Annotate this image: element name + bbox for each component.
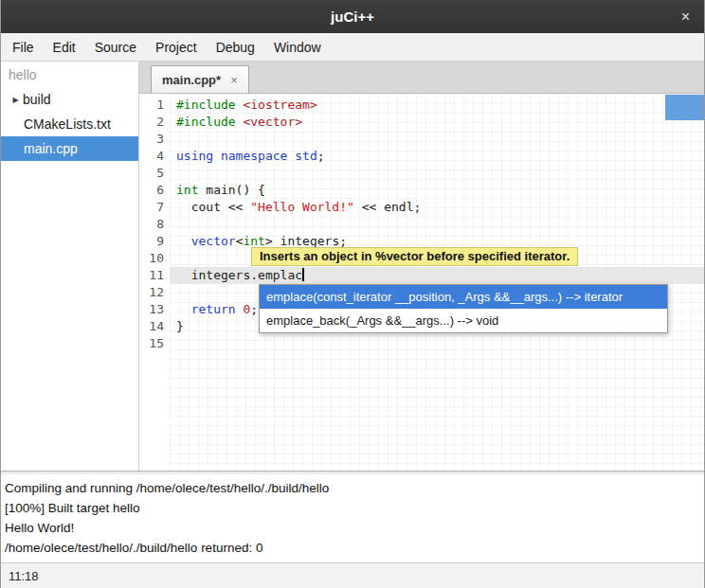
code-token: int [176, 183, 198, 197]
tree-item-build[interactable]: ▶build [1, 87, 138, 112]
doc-tooltip: Inserts an object in %vector before spec… [251, 247, 578, 266]
output-panel: Compiling and running /home/olece/test/h… [1, 474, 704, 562]
code-token: #include [176, 115, 236, 129]
text-cursor [302, 268, 304, 281]
code-line-6[interactable]: int main() { [170, 182, 704, 199]
line-number: 15 [139, 335, 170, 352]
autocomplete-popup: emplace(const_iterator __position, _Args… [259, 284, 668, 333]
code-token: main() { [198, 183, 264, 197]
code-token: "Hello World!" [250, 200, 354, 214]
code-token: <iostream> [243, 98, 316, 112]
line-number: 12 [139, 284, 170, 301]
menu-debug[interactable]: Debug [207, 33, 264, 61]
code-line-5[interactable] [170, 165, 704, 182]
code-token: vector [191, 234, 236, 248]
line-number-gutter: 123456789101112131415 [139, 94, 170, 471]
tab-main-cpp[interactable]: main.cpp* × [151, 65, 249, 93]
code-line-3[interactable] [170, 131, 704, 148]
line-number: 1 [139, 97, 170, 114]
line-number: 2 [139, 114, 170, 131]
line-number: 11 [139, 267, 170, 284]
line-number: 3 [139, 131, 170, 148]
code-token: <vector> [243, 115, 302, 129]
code-token [176, 302, 191, 316]
tree-item-label: hello [9, 67, 37, 82]
tree-item-cmakelists-txt[interactable]: CMakeLists.txt [1, 112, 138, 136]
code-token: using namespace std [176, 149, 317, 163]
line-number: 7 [139, 199, 170, 216]
menu-window[interactable]: Window [264, 33, 331, 61]
menu-file[interactable]: File [3, 33, 44, 61]
tree-item-label: build [23, 92, 51, 107]
tree-item-label: main.cpp [24, 141, 78, 156]
line-number: 14 [139, 318, 170, 335]
menu-edit[interactable]: Edit [44, 33, 85, 61]
autocomplete-item-0[interactable]: emplace(const_iterator __position, _Args… [260, 285, 667, 309]
code-line-11[interactable]: integers.emplac [170, 267, 704, 284]
code-area[interactable]: #include <iostream>#include <vector>usin… [170, 94, 704, 471]
code-token: > integers; [265, 234, 347, 248]
code-token: ; [250, 302, 258, 316]
code-token [176, 234, 191, 248]
output-line: Hello World! [5, 518, 704, 538]
tab-label: main.cpp* [162, 73, 221, 87]
scrollbar-thumb[interactable] [665, 95, 704, 120]
main-area: hello▶buildCMakeLists.txtmain.cpp main.c… [1, 62, 704, 471]
window-title: juCi++ [331, 9, 374, 25]
code-line-4[interactable]: using namespace std; [170, 148, 704, 165]
line-number: 9 [139, 233, 170, 250]
code-line-8[interactable] [170, 216, 704, 233]
menu-source[interactable]: Source [85, 33, 146, 61]
code-token: cout << [176, 200, 250, 214]
code-line-2[interactable]: #include <vector> [170, 114, 704, 131]
menubar: FileEditSourceProjectDebugWindow [1, 33, 704, 62]
code-line-1[interactable]: #include <iostream> [170, 97, 704, 114]
code-token: integers.emplac [176, 268, 302, 282]
autocomplete-item-1[interactable]: emplace_back(_Args &&__args...) --> void [260, 309, 667, 332]
code-line-7[interactable]: cout << "Hello World!" << endl; [170, 199, 704, 216]
code-line-15[interactable] [170, 335, 704, 352]
code-token: << endl; [354, 200, 421, 214]
code-token: ; [317, 149, 325, 163]
code-token: return [191, 302, 236, 316]
close-icon[interactable]: × [681, 0, 690, 33]
line-number: 6 [139, 182, 170, 199]
tab-close-icon[interactable]: × [230, 73, 238, 87]
line-number: 8 [139, 216, 170, 233]
menu-project[interactable]: Project [146, 33, 207, 61]
doc-tooltip-text: Inserts an object in %vector before spec… [260, 249, 569, 263]
code-token: int [243, 234, 264, 248]
statusbar: 11:18 [1, 562, 704, 588]
code-token: } [176, 319, 184, 333]
output-line: /home/olece/test/hello/./build/hello ret… [5, 538, 704, 558]
line-number: 13 [139, 301, 170, 318]
tabbar: main.cpp* × [139, 62, 704, 94]
line-number: 5 [139, 165, 170, 182]
tree-item-label: CMakeLists.txt [24, 116, 111, 132]
line-number: 10 [139, 250, 170, 267]
code-token: #include [176, 98, 236, 112]
code-editor[interactable]: 123456789101112131415 #include <iostream… [139, 94, 704, 471]
editor-pane: main.cpp* × 123456789101112131415 #inclu… [139, 62, 704, 471]
file-tree: hello▶buildCMakeLists.txtmain.cpp [1, 62, 139, 471]
output-line: [100%] Built target hello [5, 498, 704, 518]
line-number: 4 [139, 148, 170, 165]
titlebar: juCi++ × [1, 0, 704, 33]
expander-icon[interactable]: ▶ [9, 96, 23, 104]
app-window: juCi++ × FileEditSourceProjectDebugWindo… [0, 0, 705, 588]
cursor-position: 11:18 [9, 569, 39, 583]
tree-item-main-cpp[interactable]: main.cpp [1, 136, 138, 161]
tree-item-hello[interactable]: hello [1, 62, 138, 87]
output-line: Compiling and running /home/olece/test/h… [5, 478, 704, 498]
